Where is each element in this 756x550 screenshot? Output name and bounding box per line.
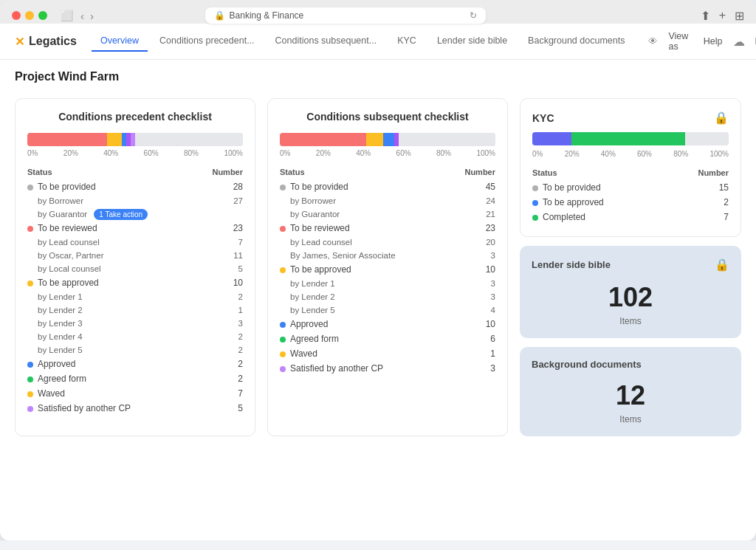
conditions-subsequent-card: Conditions subsequent checklist 0% 20% 4…: [267, 98, 508, 436]
view-as-label[interactable]: View as: [668, 31, 693, 52]
cs-col-number: Number: [450, 165, 495, 179]
dot-green-icon: [27, 377, 33, 382]
conditions-precedent-card: Conditions precedent checklist 0% 20% 40…: [15, 98, 255, 436]
forward-icon[interactable]: ›: [90, 10, 94, 22]
right-column: KYC 🔒 0% 20% 40% 60%: [520, 98, 741, 436]
dot-lightpurple-icon: [27, 406, 33, 412]
cs-seg-1: [280, 133, 366, 146]
traffic-lights: [12, 11, 47, 20]
dot-lightpurple-icon: [280, 366, 286, 372]
cp-status-table: Status Number To be provided 28 by Borro…: [27, 165, 243, 416]
cs-seg-3: [383, 133, 394, 146]
lender-side-bible-header: Lender side bible 🔒: [532, 258, 729, 272]
kyc-col-status: Status: [532, 165, 670, 180]
dot-gray-icon: [532, 185, 538, 191]
cs-seg-2: [366, 133, 383, 146]
kyc-lock-icon: 🔒: [714, 111, 729, 125]
table-row: To be approved 10: [27, 275, 243, 290]
back-icon[interactable]: ‹: [80, 10, 84, 22]
table-row: by Local counsel 5: [27, 262, 243, 275]
minimize-button[interactable]: [25, 11, 34, 20]
cs-progress-container: 0% 20% 40% 60% 80% 100%: [280, 133, 495, 157]
table-row: To be approved 2: [532, 195, 729, 210]
close-button[interactable]: [12, 11, 21, 20]
tab-kyc[interactable]: KYC: [388, 31, 425, 52]
tab-conditions-subsequent[interactable]: Conditions subsequent...: [267, 31, 386, 52]
cp-progress-labels: 0% 20% 40% 60% 80% 100%: [27, 149, 243, 157]
cs-progress-bar: [280, 133, 495, 146]
nav-tabs: Overview Conditions precedent... Conditi…: [92, 31, 634, 52]
kyc-progress-labels: 0% 20% 40% 60% 80% 100%: [532, 150, 729, 158]
dot-blue-icon: [280, 322, 286, 328]
tab-background-documents[interactable]: Background documents: [519, 31, 633, 52]
kyc-status-table: Status Number To be provided 15 To be ap…: [532, 165, 729, 224]
share-icon[interactable]: ⬆: [701, 9, 710, 23]
table-row: by Lender 1 3: [280, 277, 495, 290]
kyc-seg-1: [532, 132, 571, 145]
logo: ✕ Legatics: [15, 35, 77, 49]
tabs-icon[interactable]: ⊞: [735, 9, 744, 23]
table-row: by Lender 4 2: [27, 330, 243, 343]
table-row: To be provided 45: [280, 179, 495, 194]
lender-side-bible-card: Lender side bible 🔒 102 Items: [520, 246, 741, 338]
table-row: by Borrower 27: [27, 194, 243, 207]
table-row: by Lead counsel 7: [27, 236, 243, 249]
cp-progress-bar: [27, 133, 243, 146]
table-row: Waved 7: [27, 386, 243, 401]
cp-col-number: Number: [199, 165, 243, 179]
dot-blue-icon: [27, 362, 33, 368]
tab-overview[interactable]: Overview: [92, 31, 148, 52]
maximize-button[interactable]: [38, 11, 47, 20]
table-row: Satisfied by another CP 3: [280, 361, 495, 376]
table-row: Waved 1: [280, 346, 495, 361]
app-wrapper: ✕ Legatics Overview Conditions precedent…: [0, 24, 756, 540]
logo-text: Legatics: [29, 35, 77, 48]
add-tab-icon[interactable]: +: [719, 9, 726, 23]
kyc-seg-3: [685, 132, 729, 145]
take-action-badge[interactable]: 1 Take action: [94, 209, 148, 220]
table-row: Completed 7: [532, 210, 729, 224]
background-documents-title: Background documents: [532, 359, 642, 370]
page-header: Project Wind Farm: [0, 60, 756, 91]
background-documents-number: 12: [616, 380, 645, 411]
table-row: Satisfied by another CP 5: [27, 401, 243, 416]
help-label[interactable]: Help: [704, 36, 723, 47]
tab-lender-side-bible[interactable]: Lender side bible: [428, 31, 516, 52]
cs-col-status: Status: [280, 165, 450, 179]
table-row: by Lender 1 2: [27, 290, 243, 303]
eye-icon: 👁: [648, 36, 658, 47]
dot-pink-icon: [280, 226, 286, 232]
table-row: To be reviewed 23: [280, 221, 495, 236]
dot-waved-icon: [27, 391, 33, 397]
sidebar-toggle-icon[interactable]: ⬜: [61, 10, 73, 21]
cloud-icon: ☁: [733, 35, 745, 49]
table-row: by Guarantor 21: [280, 207, 495, 221]
table-row: To be approved 10: [280, 262, 495, 277]
address-bar[interactable]: 🔒 Banking & Finance ↻: [205, 7, 486, 24]
table-row: by Lender 3 3: [27, 317, 243, 330]
table-row: by Guarantor 1 Take action: [27, 207, 243, 221]
dot-pink-icon: [27, 226, 33, 232]
dot-green-icon: [532, 215, 538, 221]
table-row: by Borrower 24: [280, 194, 495, 207]
nav-right: 👁 View as Help ☁ Lucinda L: [648, 31, 756, 52]
lock-icon: 🔒: [214, 10, 225, 21]
table-row: by Lead counsel 20: [280, 236, 495, 249]
table-row: by Lender 5 2: [27, 343, 243, 357]
kyc-header: KYC 🔒: [532, 111, 729, 125]
table-row: by Lender 5 4: [280, 303, 495, 317]
tab-conditions-precedent[interactable]: Conditions precedent...: [151, 31, 264, 52]
dot-gray-icon: [280, 185, 286, 190]
conditions-subsequent-title: Conditions subsequent checklist: [280, 111, 495, 123]
kyc-progress-container: 0% 20% 40% 60% 80% 100%: [532, 132, 729, 158]
refresh-icon[interactable]: ↻: [470, 10, 477, 21]
dot-green-icon: [280, 337, 286, 343]
background-documents-card: Background documents 12 Items: [520, 347, 741, 436]
cp-seg-1: [27, 133, 107, 146]
lender-lock-icon: 🔒: [715, 258, 729, 272]
cp-seg-2: [107, 133, 122, 146]
cs-seg-5: [399, 133, 495, 146]
table-row: by Oscar, Partner 11: [27, 249, 243, 262]
page-title: Project Wind Farm: [15, 70, 741, 83]
table-row: Approved 10: [280, 317, 495, 331]
